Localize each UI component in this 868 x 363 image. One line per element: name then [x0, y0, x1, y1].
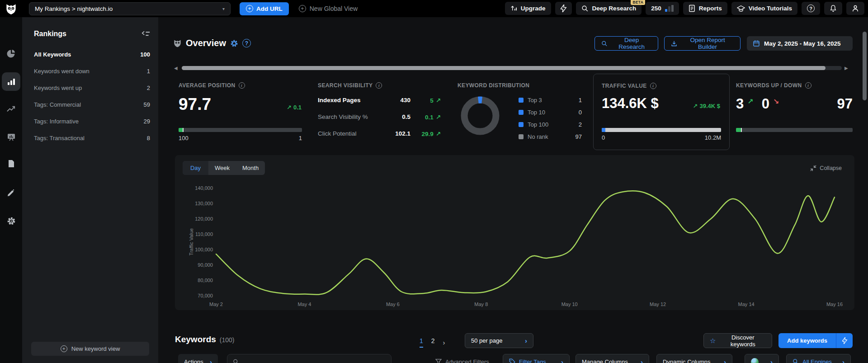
- list-item-label: Keywords went down: [34, 68, 90, 75]
- sidebar-item-reports[interactable]: [2, 154, 20, 173]
- tab-day[interactable]: Day: [183, 161, 208, 175]
- list-item-count: 29: [144, 118, 150, 125]
- legend-label: Top 100: [528, 121, 548, 128]
- metric-change: 29.9↗: [421, 130, 441, 137]
- sidebar-item-all-keywords[interactable]: All Keywords100: [22, 46, 158, 63]
- sidebar-item-trends[interactable]: [2, 100, 20, 118]
- top-bar-right: Upgrade Deep Research BETA 250: [505, 2, 864, 15]
- list-item-label: Tags: Commercial: [34, 101, 81, 108]
- average-position-panel: AVERAGE POSITIONi 97.7 ↗ 0.1 100 1: [179, 77, 310, 151]
- sidebar-item-keywords-went-down[interactable]: Keywords went down1: [22, 63, 158, 80]
- tab-week[interactable]: Week: [208, 161, 236, 175]
- metric-label: Indexed Pages: [318, 97, 361, 104]
- collapse-icon: [810, 165, 816, 171]
- open-report-builder-button[interactable]: Open Report Builder: [664, 36, 741, 51]
- boost-button[interactable]: [555, 2, 572, 15]
- deep-research-overview-button[interactable]: Deep Research: [594, 36, 658, 51]
- dynamic-columns-button[interactable]: Dynamic Columns ›: [656, 354, 732, 363]
- info-icon[interactable]: i: [805, 82, 811, 89]
- horizontal-scrollbar-thumb[interactable]: [182, 66, 826, 70]
- page-1[interactable]: 1: [420, 337, 423, 348]
- sidebar-item-keywords-went-up[interactable]: Keywords went up2: [22, 80, 158, 96]
- sidebar-item-settings[interactable]: [2, 212, 20, 230]
- sidebar-item-notes[interactable]: [2, 184, 20, 202]
- list-item-label: All Keywords: [34, 51, 71, 58]
- filter-tags-button[interactable]: Filter Tags ›: [503, 354, 570, 363]
- scale-max: 1: [299, 135, 302, 141]
- locale-selector[interactable]: ›: [745, 354, 779, 363]
- sidebar-item-tags-informative[interactable]: Tags: Informative29: [22, 113, 158, 130]
- gear-icon: [7, 217, 16, 226]
- discover-keywords-button[interactable]: ☆ Discover keywords: [703, 333, 772, 348]
- sidebar-item-tags-transactional[interactable]: Tags: Transactional8: [22, 130, 158, 146]
- metric-value: 430: [400, 97, 410, 104]
- sidebar-item-tags-commercial[interactable]: Tags: Commercial59: [22, 96, 158, 113]
- chevron-right-icon: ›: [641, 358, 643, 363]
- deep-research-button[interactable]: Deep Research BETA: [576, 2, 642, 15]
- sidebar-item-site-audit[interactable]: [2, 127, 20, 146]
- metric-change: 0.1↗: [425, 113, 441, 121]
- all-engines-dropdown[interactable]: All Engines ›: [786, 354, 851, 363]
- svg-text:Traffic Value: Traffic Value: [189, 228, 194, 255]
- legend-label: No rank: [528, 133, 548, 140]
- actions-dropdown[interactable]: Actions ›: [178, 354, 218, 363]
- upgrade-button[interactable]: Upgrade: [505, 2, 551, 15]
- beta-badge: BETA: [631, 0, 645, 5]
- average-position-change: ↗ 0.1: [287, 104, 302, 111]
- new-global-view-button[interactable]: + New Global View: [299, 5, 358, 12]
- scroll-left-arrow[interactable]: ◀: [174, 66, 178, 71]
- legend-value: 0: [579, 109, 582, 116]
- legend-swatch: [519, 98, 524, 103]
- bell-icon: [830, 5, 837, 12]
- add-url-button[interactable]: + Add URL: [240, 2, 289, 15]
- info-icon[interactable]: i: [650, 83, 656, 89]
- page-2[interactable]: 2: [431, 337, 435, 348]
- svg-text:80,000: 80,000: [198, 278, 213, 283]
- reports-button[interactable]: Reports: [683, 2, 727, 15]
- traffic-value-line-chart: 140,000130,000120,000110,000100,00090,00…: [175, 155, 854, 310]
- search-input[interactable]: [243, 358, 386, 363]
- metric-label: Search Visibility %: [318, 113, 368, 120]
- help-button[interactable]: ?: [802, 2, 820, 15]
- tab-month[interactable]: Month: [236, 161, 265, 175]
- add-keywords-quick-button[interactable]: [836, 333, 853, 348]
- info-icon[interactable]: i: [239, 82, 245, 89]
- date-range-picker[interactable]: May 2, 2025 - May 16, 2025: [747, 36, 853, 51]
- credits-widget[interactable]: 250: [646, 2, 679, 15]
- manage-columns-button[interactable]: Manage Columns ›: [576, 354, 649, 363]
- scroll-right-arrow[interactable]: ▶: [844, 66, 848, 71]
- nightwatch-logo[interactable]: [0, 3, 22, 15]
- vertical-scrollbar-thumb[interactable]: [863, 32, 867, 100]
- download-icon: [671, 40, 677, 47]
- keywords-up-value: 3: [736, 96, 744, 112]
- info-icon[interactable]: i: [376, 82, 382, 89]
- new-keyword-view-button[interactable]: + New keyword view: [31, 342, 149, 356]
- bar-chart-icon: [7, 77, 16, 86]
- list-item-count: 100: [140, 51, 150, 58]
- stat-title: KEYWORDS UP / DOWN: [736, 82, 802, 89]
- svg-text:May 10: May 10: [561, 302, 578, 307]
- project-selector-dropdown[interactable]: My Rankings > nightwatch.io ▾: [29, 2, 231, 15]
- up-arrow-icon: ↗: [287, 104, 292, 111]
- sidebar-item-rankings[interactable]: [2, 72, 20, 91]
- account-button[interactable]: [846, 2, 864, 15]
- video-tutorials-button[interactable]: Video Tutorials: [731, 2, 797, 15]
- view-settings-gear-icon[interactable]: [230, 39, 238, 47]
- down-arrow-icon: ↘: [773, 97, 779, 106]
- per-page-dropdown[interactable]: 50 per page ›: [465, 333, 533, 348]
- collapse-chart-button[interactable]: Collapse: [810, 165, 842, 171]
- next-page-button[interactable]: ›: [443, 339, 445, 346]
- credits-bars-icon: [665, 5, 674, 12]
- list-item-count: 1: [147, 68, 150, 75]
- advanced-filters-button[interactable]: Advanced Filters: [429, 354, 495, 363]
- legend-label: Top 10: [528, 109, 545, 116]
- help-icon[interactable]: ?: [242, 39, 251, 47]
- sidebar-item-dashboard[interactable]: [2, 44, 20, 63]
- svg-text:May 16: May 16: [826, 302, 843, 307]
- notifications-button[interactable]: [824, 2, 842, 15]
- stat-title: SEARCH VISIBILITY: [318, 82, 373, 89]
- plus-circle-icon: +: [61, 345, 67, 352]
- list-item-count: 59: [144, 101, 150, 108]
- add-keywords-button[interactable]: Add keywords: [778, 333, 836, 348]
- collapse-sidebar-icon[interactable]: [142, 31, 150, 38]
